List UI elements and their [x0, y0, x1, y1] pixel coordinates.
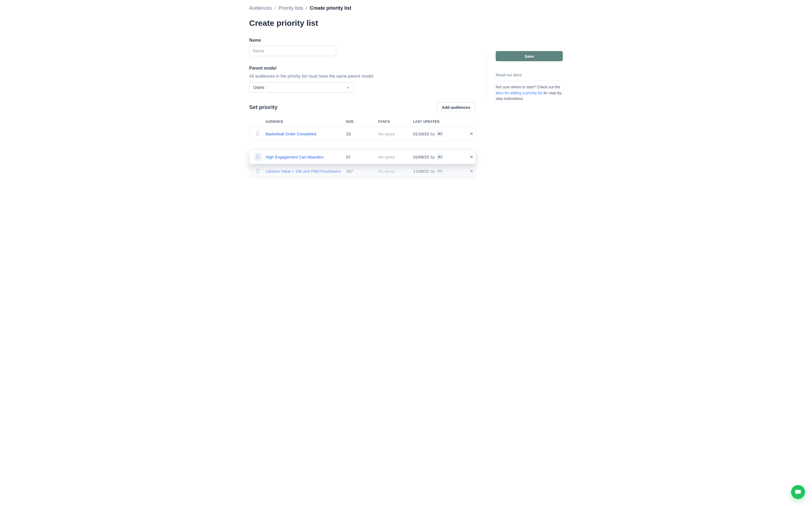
close-icon: [470, 132, 473, 136]
priority-table: AUDIENCE SIZE SYNCS LAST UPDATED Basketb…: [249, 117, 475, 178]
breadcrumb-current: Create priority list: [310, 5, 351, 11]
parent-model-selected-value: Users: [253, 85, 265, 90]
set-priority-header: Set priority Add audiences: [249, 102, 475, 112]
save-button[interactable]: Save: [496, 51, 563, 61]
audience-size: 23: [346, 132, 378, 136]
audience-size: 157: [346, 169, 378, 173]
audience-link[interactable]: Basketball Order Completed: [266, 132, 316, 136]
updated-by-label: by: [431, 169, 435, 173]
audience-syncs: No syncs: [378, 155, 413, 159]
remove-row-button[interactable]: [468, 153, 475, 161]
updated-by-label: by: [431, 155, 435, 159]
audience-updated: 01/10/23 by AJ: [413, 130, 467, 137]
docs-paragraph: Not sure where to start? Check out the d…: [496, 84, 563, 102]
avatar: AH: [436, 168, 443, 175]
updated-date: 11/08/22: [413, 169, 429, 173]
audience-updated: 01/09/23 by AJ: [413, 153, 467, 160]
audience-link[interactable]: High Engagement Cart Abandon: [266, 155, 324, 159]
table-row: Lifetime Value > 100 and P6M Purchasers …: [249, 164, 475, 178]
updated-date: 01/10/23: [413, 132, 429, 136]
col-syncs: SYNCS: [378, 120, 413, 123]
avatar: AJ: [436, 153, 443, 160]
audience-syncs: No syncs: [378, 132, 413, 136]
docs-link[interactable]: docs for adding a priority list: [496, 91, 542, 95]
name-input[interactable]: [249, 46, 336, 56]
close-icon: [470, 169, 473, 173]
docs-text-before: Not sure where to start? Check out the: [496, 85, 560, 89]
remove-row-button[interactable]: [468, 130, 475, 138]
table-row: High Engagement Cart Abandon 57 No syncs…: [249, 150, 475, 164]
col-size: SIZE: [346, 120, 378, 123]
parent-model-group: Parent model All audiences in the priori…: [249, 66, 475, 93]
docs-heading: Read our docs: [496, 73, 563, 81]
parent-model-select[interactable]: Users: [249, 82, 354, 93]
breadcrumb: Audiences / Priority lists / Create prio…: [249, 5, 475, 11]
breadcrumb-separator: /: [306, 5, 307, 11]
chat-launcher-button[interactable]: [791, 485, 805, 499]
remove-row-button[interactable]: [468, 167, 475, 175]
parent-model-label: Parent model: [249, 66, 475, 71]
table-header: AUDIENCE SIZE SYNCS LAST UPDATED: [249, 117, 475, 126]
close-icon: [470, 155, 473, 159]
add-audiences-button[interactable]: Add audiences: [437, 102, 475, 112]
breadcrumb-link-priority-lists[interactable]: Priority lists: [278, 5, 303, 11]
name-label: Name: [249, 38, 475, 43]
breadcrumb-link-audiences[interactable]: Audiences: [249, 5, 272, 11]
audience-size: 57: [346, 155, 378, 159]
col-last-updated: LAST UPDATED: [413, 120, 467, 123]
name-field-group: Name: [249, 38, 475, 56]
drag-handle-icon[interactable]: [254, 153, 262, 161]
set-priority-title: Set priority: [249, 104, 278, 110]
page-title: Create priority list: [249, 18, 475, 28]
chevron-down-icon: [346, 86, 350, 89]
audience-link[interactable]: Lifetime Value > 100 and P6M Purchasers: [266, 169, 341, 173]
audience-updated: 11/08/22 by AH: [413, 168, 467, 175]
chat-icon: [795, 489, 802, 496]
updated-date: 01/09/23: [413, 155, 429, 159]
drag-handle-icon[interactable]: [254, 167, 262, 175]
breadcrumb-separator: /: [274, 5, 276, 11]
col-audience: AUDIENCE: [265, 120, 346, 123]
avatar: AJ: [436, 130, 443, 137]
audience-syncs: No syncs: [378, 169, 413, 173]
updated-by-label: by: [431, 132, 435, 136]
parent-model-help: All audiences in the priority list must …: [249, 74, 475, 79]
drag-handle-icon[interactable]: [254, 130, 262, 138]
table-row: Basketball Order Completed 23 No syncs 0…: [249, 126, 475, 141]
